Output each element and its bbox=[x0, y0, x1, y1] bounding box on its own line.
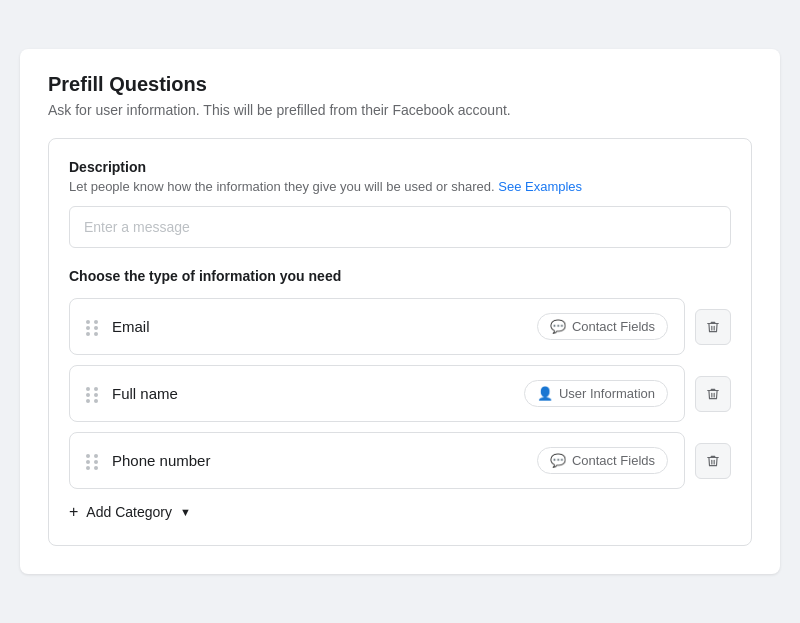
drag-dot bbox=[86, 393, 90, 397]
field-badge-phone-number[interactable]: 💬 Contact Fields bbox=[537, 447, 668, 474]
dropdown-arrow-icon: ▼ bbox=[180, 506, 191, 518]
delete-button-full-name[interactable] bbox=[695, 376, 731, 412]
badge-icon: 👤 bbox=[537, 386, 553, 401]
add-icon: + bbox=[69, 503, 78, 521]
field-left: Phone number bbox=[86, 452, 210, 469]
field-badge-email[interactable]: 💬 Contact Fields bbox=[537, 313, 668, 340]
drag-dot bbox=[86, 399, 90, 403]
drag-dot bbox=[94, 393, 98, 397]
drag-dot bbox=[94, 332, 98, 336]
drag-dot bbox=[94, 399, 98, 403]
field-name: Full name bbox=[112, 385, 178, 402]
field-left: Email bbox=[86, 318, 150, 335]
page-container: Prefill Questions Ask for user informati… bbox=[20, 49, 780, 574]
drag-dot bbox=[86, 320, 90, 324]
field-row: Phone number 💬 Contact Fields bbox=[69, 432, 731, 489]
field-card-email: Email 💬 Contact Fields bbox=[69, 298, 685, 355]
drag-dot bbox=[94, 320, 98, 324]
field-card-full-name: Full name 👤 User Information bbox=[69, 365, 685, 422]
see-examples-link[interactable]: See Examples bbox=[498, 179, 582, 194]
drag-dot bbox=[86, 387, 90, 391]
drag-icon[interactable] bbox=[86, 454, 100, 468]
drag-icon[interactable] bbox=[86, 387, 100, 401]
drag-dot bbox=[86, 466, 90, 470]
field-row: Full name 👤 User Information bbox=[69, 365, 731, 422]
drag-dot bbox=[86, 460, 90, 464]
badge-icon: 💬 bbox=[550, 453, 566, 468]
field-name: Phone number bbox=[112, 452, 210, 469]
message-input[interactable] bbox=[69, 206, 731, 248]
drag-dot bbox=[94, 466, 98, 470]
delete-button-email[interactable] bbox=[695, 309, 731, 345]
drag-dot bbox=[94, 326, 98, 330]
badge-label: Contact Fields bbox=[572, 319, 655, 334]
badge-label: Contact Fields bbox=[572, 453, 655, 468]
field-row: Email 💬 Contact Fields bbox=[69, 298, 731, 355]
fields-container: Email 💬 Contact Fields bbox=[69, 298, 731, 489]
badge-icon: 💬 bbox=[550, 319, 566, 334]
description-label: Description bbox=[69, 159, 731, 175]
drag-dot bbox=[94, 387, 98, 391]
add-category-row[interactable]: + Add Category ▼ bbox=[69, 503, 731, 521]
drag-dot bbox=[86, 454, 90, 458]
drag-dot bbox=[86, 326, 90, 330]
page-title: Prefill Questions bbox=[48, 73, 752, 96]
field-badge-full-name[interactable]: 👤 User Information bbox=[524, 380, 668, 407]
field-card-phone-number: Phone number 💬 Contact Fields bbox=[69, 432, 685, 489]
drag-dot bbox=[94, 454, 98, 458]
description-desc-text: Let people know how the information they… bbox=[69, 179, 495, 194]
delete-button-phone-number[interactable] bbox=[695, 443, 731, 479]
field-name: Email bbox=[112, 318, 150, 335]
badge-label: User Information bbox=[559, 386, 655, 401]
field-left: Full name bbox=[86, 385, 178, 402]
drag-dot bbox=[94, 460, 98, 464]
description-desc: Let people know how the information they… bbox=[69, 179, 731, 194]
drag-icon[interactable] bbox=[86, 320, 100, 334]
page-subtitle: Ask for user information. This will be p… bbox=[48, 102, 752, 118]
add-category-label: Add Category bbox=[86, 504, 172, 520]
choose-label: Choose the type of information you need bbox=[69, 268, 731, 284]
main-card: Description Let people know how the info… bbox=[48, 138, 752, 546]
drag-dot bbox=[86, 332, 90, 336]
